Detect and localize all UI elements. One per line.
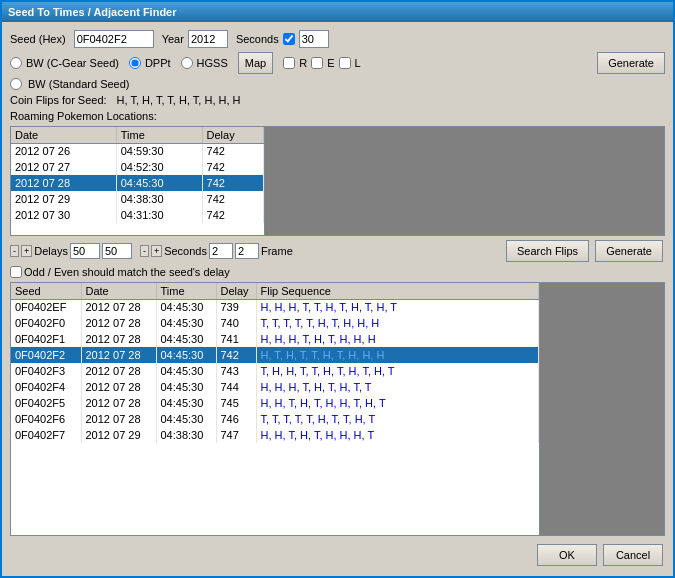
- table-cell: 2012 07 29: [81, 427, 156, 443]
- table-cell: 745: [216, 395, 256, 411]
- radio-hgss[interactable]: [181, 57, 193, 69]
- table-cell: 2012 07 28: [81, 411, 156, 427]
- table-cell: 04:45:30: [156, 395, 216, 411]
- table-cell: 741: [216, 331, 256, 347]
- table-cell: 04:59:30: [116, 143, 202, 159]
- table-cell: 0F0402F0: [11, 315, 81, 331]
- table-cell: 2012 07 28: [81, 315, 156, 331]
- radio-bw-standard[interactable]: [10, 78, 22, 90]
- frame-label: Frame: [261, 245, 293, 257]
- roaming-label: Roaming Pokemon Locations:: [10, 110, 665, 122]
- table-cell: 2012 07 30: [11, 207, 116, 223]
- window-title: Seed To Times / Adjacent Finder: [8, 6, 177, 18]
- table-row[interactable]: 0F0402F52012 07 2804:45:30745H, H, T, H,…: [11, 395, 539, 411]
- table-cell: H, H, H, T, H, T, H, T, T: [256, 379, 539, 395]
- table-row[interactable]: 2012 07 3004:31:30742: [11, 207, 264, 223]
- table-row[interactable]: 2012 07 2604:59:30742: [11, 143, 264, 159]
- top-table-container: Date Time Delay 2012 07 2604:59:30742201…: [10, 126, 265, 236]
- table-cell: 0F0402F6: [11, 411, 81, 427]
- seconds2-min[interactable]: [209, 243, 233, 259]
- col-delay: Delay: [202, 127, 263, 143]
- l-checkbox[interactable]: [339, 57, 351, 69]
- seconds2-max[interactable]: [235, 243, 259, 259]
- table-cell: 0F0402F4: [11, 379, 81, 395]
- table-cell: 742: [202, 159, 263, 175]
- table-cell: 04:38:30: [116, 191, 202, 207]
- table-cell: 747: [216, 427, 256, 443]
- table-cell: 740: [216, 315, 256, 331]
- l-label: L: [355, 57, 361, 69]
- table-cell: 2012 07 28: [81, 395, 156, 411]
- seconds-checkbox[interactable]: [283, 33, 295, 45]
- table-cell: 744: [216, 379, 256, 395]
- delay-max-input[interactable]: [102, 243, 132, 259]
- radio-bw-standard-label: BW (Standard Seed): [28, 78, 130, 90]
- table-cell: 04:38:30: [156, 427, 216, 443]
- seed-label: Seed (Hex): [10, 33, 66, 45]
- table-row[interactable]: 0F0402F72012 07 2904:38:30747H, H, T, H,…: [11, 427, 539, 443]
- table-cell: 04:31:30: [116, 207, 202, 223]
- table-cell: 746: [216, 411, 256, 427]
- table-cell: 04:45:30: [156, 299, 216, 315]
- table-row[interactable]: 2012 07 2904:38:30742: [11, 191, 264, 207]
- table-row[interactable]: 0F0402F32012 07 2804:45:30743T, H, H, T,…: [11, 363, 539, 379]
- table-row[interactable]: 2012 07 2704:52:30742: [11, 159, 264, 175]
- sec-plus-btn[interactable]: +: [151, 245, 162, 257]
- r-label: R: [299, 57, 307, 69]
- table-row[interactable]: 0F0402F02012 07 2804:45:30740T, T, T, T,…: [11, 315, 539, 331]
- table-row[interactable]: 0F0402F22012 07 2804:45:30742H, T, H, T,…: [11, 347, 539, 363]
- e-checkbox[interactable]: [311, 57, 323, 69]
- table-row[interactable]: 0F0402EF2012 07 2804:45:30739H, H, H, T,…: [11, 299, 539, 315]
- odd-even-label: Odd / Even should match the seed's delay: [24, 266, 230, 278]
- bottom-table-container: Seed Date Time Delay Flip Sequence 0F040…: [10, 282, 540, 536]
- table-cell: 04:45:30: [156, 331, 216, 347]
- table-cell: 0F0402F2: [11, 347, 81, 363]
- title-bar: Seed To Times / Adjacent Finder: [2, 2, 673, 22]
- delay-min-input[interactable]: [70, 243, 100, 259]
- year-label: Year: [162, 33, 184, 45]
- col-date2: Date: [81, 283, 156, 299]
- col-time: Time: [116, 127, 202, 143]
- radio-hgss-label: HGSS: [197, 57, 228, 69]
- table-row[interactable]: 2012 07 2804:45:30742: [11, 175, 264, 191]
- radio-dppt[interactable]: [129, 57, 141, 69]
- table-cell: 742: [216, 347, 256, 363]
- odd-even-checkbox[interactable]: [10, 266, 22, 278]
- generate2-button[interactable]: Generate: [595, 240, 663, 262]
- table-cell: 0F0402F3: [11, 363, 81, 379]
- coin-flips-label: Coin Flips for Seed:: [10, 94, 107, 106]
- generate-button[interactable]: Generate: [597, 52, 665, 74]
- table-row[interactable]: 0F0402F62012 07 2804:45:30746T, T, T, T,…: [11, 411, 539, 427]
- radio-dppt-label: DPPt: [145, 57, 171, 69]
- ok-button[interactable]: OK: [537, 544, 597, 566]
- radio-bw-cgear[interactable]: [10, 57, 22, 69]
- search-flips-button[interactable]: Search Flips: [506, 240, 589, 262]
- table-cell: H, H, T, H, T, H, H, H, T: [256, 427, 539, 443]
- col-date: Date: [11, 127, 116, 143]
- sec-minus-btn[interactable]: -: [140, 245, 149, 257]
- seconds2-label: Seconds: [164, 245, 207, 257]
- table-cell: 04:52:30: [116, 159, 202, 175]
- bottom-table: Seed Date Time Delay Flip Sequence 0F040…: [11, 283, 539, 443]
- table-cell: 04:45:30: [156, 379, 216, 395]
- delays-label: Delays: [34, 245, 68, 257]
- r-checkbox[interactable]: [283, 57, 295, 69]
- seconds-input[interactable]: [299, 30, 329, 48]
- table-cell: T, T, T, T, T, H, T, T, H, T: [256, 411, 539, 427]
- table-cell: 742: [202, 191, 263, 207]
- table-row[interactable]: 0F0402F12012 07 2804:45:30741H, H, H, T,…: [11, 331, 539, 347]
- table-cell: 2012 07 28: [81, 299, 156, 315]
- table-cell: 0F0402F7: [11, 427, 81, 443]
- table-row[interactable]: 0F0402F42012 07 2804:45:30744H, H, H, T,…: [11, 379, 539, 395]
- delay-plus-btn[interactable]: +: [21, 245, 32, 257]
- table-cell: 743: [216, 363, 256, 379]
- table-cell: 2012 07 26: [11, 143, 116, 159]
- year-input[interactable]: [188, 30, 228, 48]
- table-cell: 2012 07 28: [81, 331, 156, 347]
- cancel-button[interactable]: Cancel: [603, 544, 663, 566]
- delay-minus-btn[interactable]: -: [10, 245, 19, 257]
- top-table: Date Time Delay 2012 07 2604:59:30742201…: [11, 127, 264, 223]
- seed-input[interactable]: [74, 30, 154, 48]
- map-button[interactable]: Map: [238, 52, 273, 74]
- table-cell: H, T, H, T, T, H, T, H, H, H: [256, 347, 539, 363]
